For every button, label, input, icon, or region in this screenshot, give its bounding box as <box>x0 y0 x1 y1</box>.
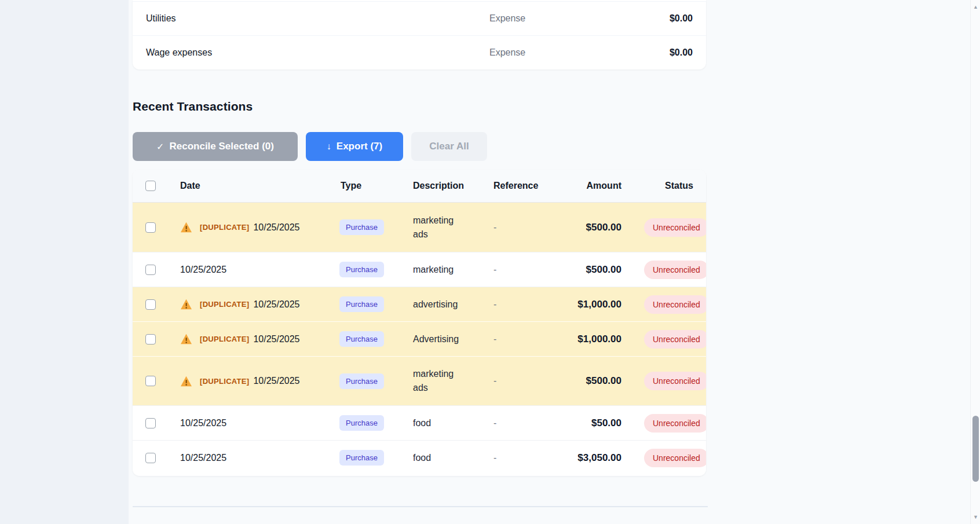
transactions-toolbar: ✓ Reconcile Selected (0) ↓ Export (7) Cl… <box>133 132 487 161</box>
scrollbar-down-arrow-icon[interactable]: ▼ <box>971 512 980 522</box>
transaction-date: 10/25/2025 <box>253 334 299 345</box>
status-badge: Unreconciled <box>644 295 706 314</box>
row-checkbox[interactable] <box>145 222 156 233</box>
account-balance: $0.00 <box>577 13 693 24</box>
row-checkbox[interactable] <box>145 418 156 428</box>
row-checkbox-cell <box>133 222 166 233</box>
status-badge: Unreconciled <box>644 218 706 237</box>
export-button-label: Export (7) <box>337 141 382 152</box>
transaction-reference: - <box>484 418 544 428</box>
row-checkbox[interactable] <box>145 265 156 275</box>
transaction-date: 10/25/2025 <box>180 265 226 275</box>
transaction-row[interactable]: [DUPLICATE] 10/25/2025 Purchase marketin… <box>133 203 706 252</box>
transaction-description: food <box>405 451 484 465</box>
export-button[interactable]: ↓ Export (7) <box>306 132 403 161</box>
select-all-checkbox[interactable] <box>145 181 156 191</box>
transaction-date-cell: 10/25/2025 <box>166 418 339 428</box>
duplicate-label: [DUPLICATE] <box>200 223 249 232</box>
transaction-type-cell: Purchase <box>339 415 405 431</box>
column-header-status: Status <box>621 181 706 191</box>
transaction-row[interactable]: [DUPLICATE] 10/25/2025 Purchase marketin… <box>133 356 706 405</box>
row-checkbox-cell <box>133 299 166 310</box>
reconcile-selected-button[interactable]: ✓ Reconcile Selected (0) <box>133 132 298 161</box>
duplicate-flag: [DUPLICATE] <box>180 334 249 345</box>
transaction-date: 10/25/2025 <box>253 299 299 310</box>
transactions-table: Date Type Description Reference Amount S… <box>133 170 706 476</box>
transaction-status-cell: Unreconciled <box>621 261 706 279</box>
transaction-date-cell: 10/25/2025 <box>166 453 339 463</box>
transaction-reference: - <box>484 222 544 233</box>
account-type: Expense <box>489 13 577 24</box>
transaction-description: marketing ads <box>405 367 484 395</box>
recent-transactions-heading: Recent Transactions <box>133 100 253 113</box>
table-header-row: Date Type Description Reference Amount S… <box>133 170 706 203</box>
transaction-amount: $1,000.00 <box>544 334 621 345</box>
status-badge: Unreconciled <box>644 449 706 467</box>
scrollbar-thumb[interactable] <box>972 416 979 482</box>
transaction-description: marketing <box>405 263 484 277</box>
transaction-reference: - <box>484 265 544 275</box>
transaction-amount: $50.00 <box>544 417 621 429</box>
transaction-reference: - <box>484 334 544 345</box>
transaction-description: food <box>405 416 484 430</box>
account-type: Expense <box>489 47 577 58</box>
transaction-date: 10/25/2025 <box>253 222 299 233</box>
duplicate-flag: [DUPLICATE] <box>180 376 249 387</box>
transaction-date: 10/25/2025 <box>180 418 226 428</box>
column-header-description: Description <box>405 181 484 191</box>
transaction-row[interactable]: 10/25/2025 Purchase marketing - $500.00 … <box>133 252 706 287</box>
transaction-description: advertising <box>405 298 484 312</box>
type-badge: Purchase <box>339 331 384 347</box>
transaction-date-cell: [DUPLICATE] 10/25/2025 <box>166 376 339 387</box>
clear-all-button[interactable]: Clear All <box>411 132 487 161</box>
row-checkbox[interactable] <box>145 299 156 310</box>
scrollbar-up-arrow-icon[interactable]: ▲ <box>971 2 980 12</box>
row-checkbox[interactable] <box>145 376 156 386</box>
duplicate-flag: [DUPLICATE] <box>180 299 249 310</box>
clear-all-button-label: Clear All <box>429 141 469 152</box>
account-row[interactable]: Wage expenses Expense $0.00 <box>133 35 706 69</box>
transaction-type-cell: Purchase <box>339 373 405 389</box>
transaction-type-cell: Purchase <box>339 262 405 277</box>
type-badge: Purchase <box>339 373 384 389</box>
transaction-type-cell: Purchase <box>339 219 405 235</box>
account-name: Utilities <box>146 13 489 24</box>
row-checkbox-cell <box>133 453 166 463</box>
type-badge: Purchase <box>339 262 384 277</box>
transaction-date-cell: 10/25/2025 <box>166 265 339 275</box>
transaction-status-cell: Unreconciled <box>621 330 706 349</box>
account-name: Wage expenses <box>146 47 489 58</box>
status-badge: Unreconciled <box>644 330 706 349</box>
transaction-row[interactable]: 10/25/2025 Purchase food - $50.00 Unreco… <box>133 405 706 440</box>
account-row[interactable]: Utilities Expense $0.00 <box>133 2 706 35</box>
row-checkbox[interactable] <box>145 334 156 345</box>
row-checkbox[interactable] <box>145 453 156 463</box>
transaction-date-cell: [DUPLICATE] 10/25/2025 <box>166 299 339 310</box>
transaction-status-cell: Unreconciled <box>621 218 706 237</box>
warning-triangle-icon <box>180 222 192 233</box>
transaction-amount: $500.00 <box>544 222 621 233</box>
transaction-row[interactable]: 10/25/2025 Purchase food - $3,050.00 Unr… <box>133 440 706 475</box>
duplicate-label: [DUPLICATE] <box>200 335 249 343</box>
status-badge: Unreconciled <box>644 372 706 390</box>
column-header-amount: Amount <box>544 181 621 191</box>
status-badge: Unreconciled <box>644 261 706 279</box>
row-checkbox-cell <box>133 265 166 275</box>
transaction-status-cell: Unreconciled <box>621 414 706 433</box>
page-left-margin <box>0 0 129 524</box>
status-badge: Unreconciled <box>644 414 706 433</box>
transaction-status-cell: Unreconciled <box>621 295 706 314</box>
transaction-status-cell: Unreconciled <box>621 372 706 390</box>
transaction-date-cell: [DUPLICATE] 10/25/2025 <box>166 222 339 233</box>
check-icon: ✓ <box>156 141 164 152</box>
duplicate-label: [DUPLICATE] <box>200 377 249 386</box>
transaction-amount: $1,000.00 <box>544 299 621 310</box>
transaction-type-cell: Purchase <box>339 296 405 312</box>
transaction-description: marketing ads <box>405 214 484 241</box>
transaction-row[interactable]: [DUPLICATE] 10/25/2025 Purchase Advertis… <box>133 321 706 356</box>
window-scrollbar[interactable]: ▲ ▼ <box>970 0 980 524</box>
transaction-amount: $500.00 <box>544 375 621 387</box>
transaction-row[interactable]: [DUPLICATE] 10/25/2025 Purchase advertis… <box>133 287 706 321</box>
transaction-type-cell: Purchase <box>339 450 405 466</box>
download-arrow-icon: ↓ <box>327 141 331 152</box>
